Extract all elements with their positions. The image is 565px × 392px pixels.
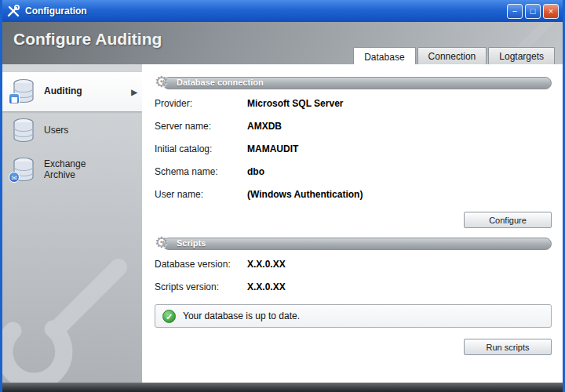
field-scripts-version: Scripts version: X.X.0.XX	[155, 281, 552, 292]
window-title: Configuration	[25, 5, 505, 16]
close-button[interactable]: ×	[543, 4, 559, 19]
field-database-version: Database version: X.X.0.XX	[155, 259, 552, 270]
field-value: X.X.0.XX	[247, 281, 552, 292]
field-server-name: Server name: AMXDB	[155, 121, 552, 132]
field-value: (Windows Authentication)	[247, 189, 552, 200]
status-message: Your database is up to date.	[183, 310, 300, 321]
section-scripts: ⚙ Scripts	[155, 236, 552, 249]
minimize-button[interactable]: −	[507, 4, 523, 19]
tab-connection[interactable]: Connection	[417, 47, 487, 64]
tab-database[interactable]: Database	[353, 47, 415, 64]
field-value: X.X.0.XX	[247, 259, 552, 270]
title-bar: Configuration − □ ×	[2, 0, 563, 22]
configuration-window: Configuration − □ × Configure Auditing D…	[0, 0, 565, 392]
sidebar-item-label: Auditing	[44, 86, 82, 97]
field-label: User name:	[155, 189, 247, 200]
page-title: Configure Auditing	[13, 30, 162, 49]
sidebar-item-users[interactable]: Users	[2, 111, 142, 151]
content-panel: ⚙ Database connection Provider: Microsof…	[142, 64, 563, 383]
selected-arrow-icon: ▶	[131, 88, 137, 96]
field-value: Microsoft SQL Server	[247, 98, 552, 109]
section-database-connection: ⚙ Database connection	[155, 75, 552, 89]
sidebar-item-label: Users	[44, 125, 68, 136]
field-label: Initial catalog:	[155, 143, 247, 154]
field-user-name: User name: (Windows Authentication)	[155, 189, 552, 200]
field-provider: Provider: Microsoft SQL Server	[155, 98, 552, 109]
field-value: AMXDB	[247, 121, 552, 132]
field-label: Database version:	[155, 259, 247, 270]
grid-badge-icon: ▦	[9, 93, 20, 104]
field-initial-catalog: Initial catalog: MAMAUDIT	[155, 143, 552, 154]
sidebar-item-exchange-archive[interactable]: ✉ Exchange Archive	[2, 151, 142, 190]
tab-logtargets[interactable]: Logtargets	[488, 47, 555, 64]
field-label: Provider:	[155, 98, 247, 109]
section-title: Scripts	[177, 238, 206, 248]
configure-button-row: Configure	[155, 212, 552, 228]
status-message-box: ✓ Your database is up to date.	[155, 304, 552, 328]
section-title: Database connection	[177, 78, 264, 87]
section-bar	[162, 238, 552, 250]
configure-button[interactable]: Configure	[464, 212, 552, 228]
sidebar-item-label: Exchange Archive	[44, 159, 119, 181]
field-label: Schema name:	[155, 166, 247, 177]
tab-strip: Database Connection Logtargets	[353, 46, 555, 64]
run-scripts-button-row: Run scripts	[155, 339, 552, 355]
sidebar-item-auditing[interactable]: ▦ Auditing ▶	[2, 72, 142, 111]
sidebar: ▦ Auditing ▶ Users	[2, 64, 142, 383]
envelope-badge-icon: ✉	[9, 172, 20, 183]
database-icon: ▦	[10, 78, 37, 106]
field-label: Server name:	[155, 121, 247, 132]
database-icon: ✉	[10, 156, 37, 184]
field-value: MAMAUDIT	[247, 143, 552, 154]
check-icon: ✓	[162, 310, 176, 323]
main-area: ▦ Auditing ▶ Users	[2, 64, 563, 383]
database-icon	[10, 117, 37, 145]
field-label: Scripts version:	[155, 281, 247, 292]
gear-icon: ⚙	[155, 233, 169, 252]
wrench-watermark-bottom	[2, 252, 137, 383]
field-schema-name: Schema name: dbo	[155, 166, 552, 177]
tools-icon	[6, 4, 20, 18]
bottom-frame	[2, 383, 563, 392]
page-header: Configure Auditing Database Connection L…	[2, 22, 563, 64]
maximize-button[interactable]: □	[525, 4, 541, 19]
run-scripts-button[interactable]: Run scripts	[464, 339, 552, 355]
gear-icon: ⚙	[155, 72, 169, 91]
field-value: dbo	[247, 166, 552, 177]
